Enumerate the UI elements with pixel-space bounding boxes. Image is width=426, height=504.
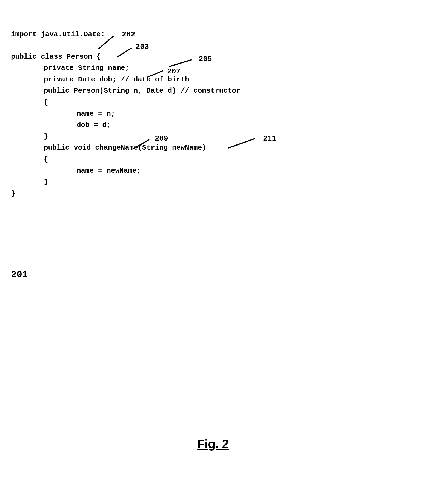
code-line-9: } [11,131,415,143]
code-line-1: import java.util.Date: [11,29,415,40]
code-line-7: name = n; [11,108,415,120]
svg-line-1 [117,48,131,57]
figure-number-201: 201 [11,267,28,282]
code-line-8: dob = d; [11,119,415,131]
pointer-line-203 [116,47,131,59]
code-listing: import java.util.Date: 203 205 public cl… [11,29,415,199]
ref-209: 209 [155,133,168,145]
pointer-line-209 [133,138,151,150]
code-line-11: { [11,154,415,165]
ref-211: 211 [263,133,276,145]
code-line-12: name = newName; [11,165,415,177]
code-line-14: } [11,188,415,200]
ref-203: 203 [136,41,149,53]
svg-line-5 [228,139,255,148]
svg-line-3 [147,71,163,77]
code-line-4: private Date dob; // date of birth [11,74,415,86]
figure-caption: Fig. 2 [197,434,229,454]
code-line-13: } [11,176,415,188]
code-line-2: public class Person { [11,51,415,63]
ref-205: 205 [199,53,212,65]
svg-line-4 [133,139,149,149]
pointer-line-211 [227,137,256,149]
code-line-10: public void changeName(String newName) [11,142,415,154]
code-line-6: { [11,97,415,108]
ref-207: 207 [167,66,181,78]
code-line-3: private String name; [11,62,415,74]
code-line-5: public Person(String n, Date d) // const… [11,85,415,97]
pointer-line-207 [147,66,163,78]
